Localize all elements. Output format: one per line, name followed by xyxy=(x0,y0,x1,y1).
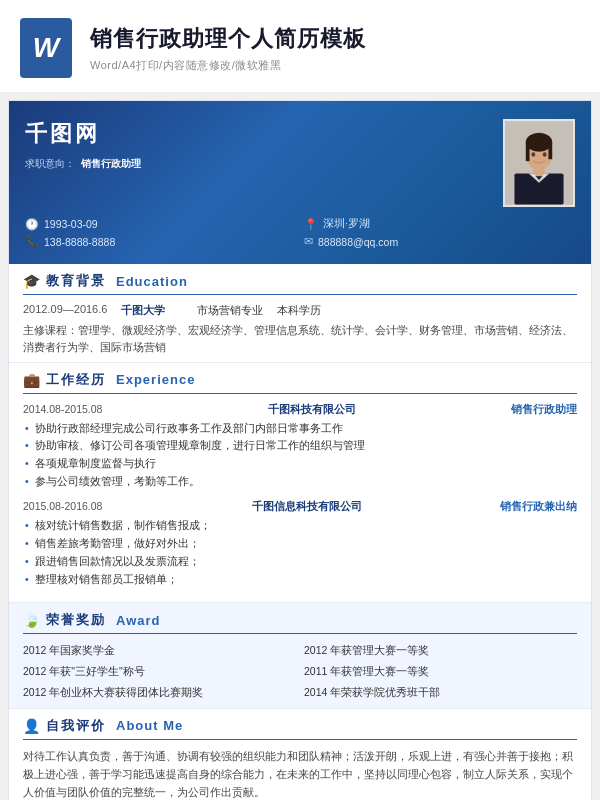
edu-degree: 本科学历 xyxy=(277,303,321,318)
top-title-area: 销售行政助理个人简历模板 Word/A4打印/内容随意修改/微软雅黑 xyxy=(90,24,366,73)
about-title-en: About Me xyxy=(116,718,183,733)
resume-name: 千图网 xyxy=(25,119,141,149)
award-3: 2012 年创业杯大赛获得团体比赛期奖 xyxy=(23,684,296,702)
top-header: 销售行政助理个人简历模板 Word/A4打印/内容随意修改/微软雅黑 xyxy=(0,0,600,92)
resume-name-area: 千图网 求职意向： 销售行政助理 xyxy=(25,119,141,171)
experience-title-cn: 工作经历 xyxy=(46,371,106,389)
job-intent-value: 销售行政助理 xyxy=(81,157,141,171)
award-2: 2012 年获"三好学生"称号 xyxy=(23,663,296,681)
clock-icon: 🕐 xyxy=(25,218,39,231)
edu-school: 千图大学 xyxy=(121,303,189,318)
info-location: 📍 深圳·罗湖 xyxy=(304,217,575,231)
awards-title-cn: 荣誉奖励 xyxy=(46,611,106,629)
work-bullets-1: 协助行政部经理完成公司行政事务工作及部门内部日常事务工作 协助审核、修订公司各项… xyxy=(23,420,577,491)
email-icon: ✉ xyxy=(304,235,313,248)
bullet-2-4: 整理核对销售部员工报销单； xyxy=(23,571,577,589)
education-icon: 🎓 xyxy=(23,273,40,289)
experience-title-en: Experience xyxy=(116,372,195,387)
courses-content: 管理学、微观经济学、宏观经济学、管理信息系统、统计学、会计学、财务管理、市场营销… xyxy=(23,324,573,353)
info-birthday: 🕐 1993-03-09 xyxy=(25,217,296,231)
resume-card: 千图网 求职意向： 销售行政助理 xyxy=(8,100,592,800)
svg-point-5 xyxy=(526,133,552,152)
work-header-1: 2014.08-2015.08 千图科技有限公司 销售行政助理 xyxy=(23,402,577,417)
work-header-2: 2015.08-2016.08 千图信息科技有限公司 销售行政兼出纳 xyxy=(23,499,577,514)
education-title-cn: 教育背景 xyxy=(46,272,106,290)
work-role-2: 销售行政兼出纳 xyxy=(500,499,577,514)
bullet-1-2: 协助审核、修订公司各项管理规章制度，进行日常工作的组织与管理 xyxy=(23,437,577,455)
edu-date: 2012.09—2016.6 xyxy=(23,303,113,318)
awards-title-en: Award xyxy=(116,613,161,628)
education-title-en: Education xyxy=(116,274,188,289)
info-email: ✉ 888888@qq.com xyxy=(304,235,575,248)
work-company-2: 千图信息科技有限公司 xyxy=(252,499,362,514)
work-entry-1: 2014.08-2015.08 千图科技有限公司 销售行政助理 协助行政部经理完… xyxy=(23,402,577,491)
edu-courses: 主修课程：管理学、微观经济学、宏观经济学、管理信息系统、统计学、会计学、财务管理… xyxy=(23,322,577,356)
award-5: 2011 年获管理大赛一等奖 xyxy=(304,663,577,681)
bullet-2-2: 销售差旅考勤管理，做好对外出； xyxy=(23,535,577,553)
work-company-1: 千图科技有限公司 xyxy=(268,402,356,417)
svg-point-9 xyxy=(543,152,547,157)
experience-icon: 💼 xyxy=(23,372,40,388)
about-header: 👤 自我评价 About Me xyxy=(23,717,577,740)
awards-icon: 🍃 xyxy=(23,612,40,628)
bullet-2-1: 核对统计销售数据，制作销售报成； xyxy=(23,517,577,535)
bullet-1-1: 协助行政部经理完成公司行政事务工作及部门内部日常事务工作 xyxy=(23,420,577,438)
edu-major: 市场营销专业 xyxy=(197,303,269,318)
about-text: 对待工作认真负责，善于沟通、协调有较强的组织能力和团队精神；活泼开朗，乐观上进，… xyxy=(23,748,577,800)
email-value: 888888@qq.com xyxy=(318,236,398,248)
awards-section: 🍃 荣誉奖励 Award 2012 年国家奖学金 2012 年获管理大赛一等奖 … xyxy=(9,603,591,709)
photo-area xyxy=(503,119,575,207)
job-intent-row: 求职意向： 销售行政助理 xyxy=(25,157,141,171)
svg-rect-6 xyxy=(526,142,530,161)
resume-top-section: 千图网 求职意向： 销售行政助理 xyxy=(9,101,591,264)
work-entry-2: 2015.08-2016.08 千图信息科技有限公司 销售行政兼出纳 核对统计销… xyxy=(23,499,577,588)
awards-header: 🍃 荣誉奖励 Award xyxy=(23,611,577,634)
location-icon: 📍 xyxy=(304,218,318,231)
work-date-2: 2015.08-2016.08 xyxy=(23,500,113,512)
education-entry: 2012.09—2016.6 千图大学 市场营销专业 本科学历 xyxy=(23,303,577,318)
page-title: 销售行政助理个人简历模板 xyxy=(90,24,366,54)
word-icon xyxy=(20,18,72,78)
about-title-cn: 自我评价 xyxy=(46,717,106,735)
experience-header: 💼 工作经历 Experience xyxy=(23,371,577,394)
svg-point-8 xyxy=(531,152,535,157)
job-intent-label: 求职意向： xyxy=(25,157,75,171)
education-header: 🎓 教育背景 Education xyxy=(23,272,577,295)
work-role-1: 销售行政助理 xyxy=(511,402,577,417)
svg-rect-2 xyxy=(514,173,563,204)
resume-info-row: 🕐 1993-03-09 📍 深圳·罗湖 📞 138-8888-8888 ✉ 8… xyxy=(25,217,575,248)
awards-grid: 2012 年国家奖学金 2012 年获管理大赛一等奖 2012 年获"三好学生"… xyxy=(23,642,577,702)
work-date-1: 2014.08-2015.08 xyxy=(23,403,113,415)
experience-section: 💼 工作经历 Experience 2014.08-2015.08 千图科技有限… xyxy=(9,363,591,604)
award-1: 2012 年国家奖学金 xyxy=(23,642,296,660)
work-bullets-2: 核对统计销售数据，制作销售报成； 销售差旅考勤管理，做好对外出； 跟进销售回款情… xyxy=(23,517,577,588)
page-subtitle: Word/A4打印/内容随意修改/微软雅黑 xyxy=(90,58,366,73)
education-section: 🎓 教育背景 Education 2012.09—2016.6 千图大学 市场营… xyxy=(9,264,591,363)
svg-rect-7 xyxy=(548,142,552,159)
bullet-1-4: 参与公司绩效管理，考勤等工作。 xyxy=(23,473,577,491)
award-4: 2012 年获管理大赛一等奖 xyxy=(304,642,577,660)
award-6: 2014 年荣获学院优秀班干部 xyxy=(304,684,577,702)
bullet-1-3: 各项规章制度监督与执行 xyxy=(23,455,577,473)
courses-label: 主修课程： xyxy=(23,324,78,336)
birthday-value: 1993-03-09 xyxy=(44,218,98,230)
location-value: 深圳·罗湖 xyxy=(323,217,370,231)
bullet-2-3: 跟进销售回款情况以及发票流程； xyxy=(23,553,577,571)
about-icon: 👤 xyxy=(23,718,40,734)
phone-icon: 📞 xyxy=(25,235,39,248)
photo-placeholder xyxy=(505,119,573,207)
phone-value: 138-8888-8888 xyxy=(44,236,115,248)
about-section: 👤 自我评价 About Me 对待工作认真负责，善于沟通、协调有较强的组织能力… xyxy=(9,709,591,800)
info-phone: 📞 138-8888-8888 xyxy=(25,235,296,248)
